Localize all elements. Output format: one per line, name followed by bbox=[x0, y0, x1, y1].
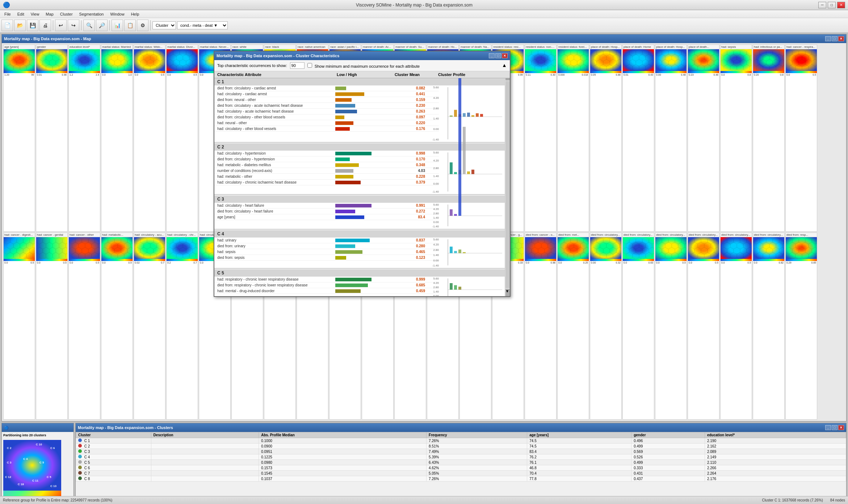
map-cell[interactable]: had: cancer - digesti... 0.00.5 bbox=[3, 232, 35, 420]
table-row[interactable]: C 2 0.0900 8.51% 74.5 0.499 2.162 bbox=[76, 444, 846, 449]
table-row[interactable]: C 8 0.1037 7.26% 77.8 0.437 2.176 bbox=[76, 476, 846, 482]
cluster-dropdown[interactable]: Cluster bbox=[152, 21, 176, 29]
top-char-input[interactable] bbox=[290, 62, 305, 69]
map-cell[interactable]: had: cancer - respira... 0.00.5 bbox=[785, 45, 817, 232]
map-cell[interactable]: died from: circulatory... 0.00.5 bbox=[720, 232, 752, 420]
menu-file[interactable]: File bbox=[1, 11, 14, 17]
cluster-row[interactable]: had: circulatory - heart failure 0.991 bbox=[214, 203, 439, 209]
menu-map[interactable]: Map bbox=[43, 11, 56, 17]
app-maximize-btn[interactable]: □ bbox=[828, 2, 836, 8]
map-cell[interactable]: age [years] 1.2099 bbox=[3, 45, 35, 232]
scrollbar-track[interactable]: ▲ ▼ bbox=[505, 72, 510, 296]
map-cell[interactable]: resident status: forei... 0.0000.018 bbox=[557, 45, 589, 232]
map-cell[interactable]: had: circulatory - chr... 0.20.7 bbox=[166, 232, 198, 420]
cluster-content[interactable]: C 1died from: circulatory - cardiac arre… bbox=[214, 78, 510, 296]
map-cell[interactable]: died from: circulatory... 0.00.5 bbox=[688, 232, 719, 420]
map-cell[interactable]: died from: circulatory... 0.000.32 bbox=[590, 232, 622, 420]
clusters-maximize[interactable]: □ bbox=[832, 425, 837, 430]
toolbar-zoom-in-btn[interactable]: 🔍 bbox=[83, 20, 95, 31]
scroll-thumb[interactable] bbox=[505, 81, 510, 288]
cluster-row[interactable]: had: sepsis 0.465 bbox=[214, 249, 439, 255]
cluster-row[interactable]: had: circulatory - chronic ischaemic hea… bbox=[214, 180, 439, 185]
map-cell[interactable]: had: cancer - genital 0.00.5 bbox=[36, 232, 68, 420]
cluster-row[interactable]: had: circulatory - cardiac arrest 0.441 bbox=[214, 91, 439, 97]
map-cell[interactable]: place of death: Hosp... 0.050.88 bbox=[590, 45, 622, 232]
table-row[interactable]: C 7 0.1545 5.05% 70.4 0.431 2.264 bbox=[76, 471, 846, 476]
toolbar-open-btn[interactable]: 📂 bbox=[14, 20, 26, 31]
cluster-row[interactable]: died from: circulatory - cardiac arrest … bbox=[214, 85, 439, 91]
map-cell[interactable]: place of death: Hosp... 0.000.48 bbox=[655, 45, 687, 232]
cluster-row[interactable]: died from: urinary 0.280 bbox=[214, 243, 439, 249]
cluster-char-close[interactable]: ✕ bbox=[502, 53, 508, 58]
menu-window[interactable]: Window bbox=[108, 11, 127, 17]
map-cell[interactable]: died from: circulatory... 0.00.5 bbox=[655, 232, 687, 420]
toolbar-redo-btn[interactable]: ↪ bbox=[68, 20, 79, 31]
scroll-down-arrow[interactable]: ▼ bbox=[505, 289, 510, 296]
cluster-row[interactable]: number of conditions (record-axis) 4.03 bbox=[214, 168, 439, 174]
map-cell[interactable]: died from: circulatory... 0.00.82 bbox=[753, 232, 785, 420]
toolbar-chart-btn[interactable]: 📊 bbox=[112, 20, 123, 31]
app-close-btn[interactable]: ✕ bbox=[837, 2, 845, 8]
map-cell[interactable]: education level* 1.22.4 bbox=[68, 45, 100, 232]
map-cell[interactable]: had: circulatory - acu... 0.020.7 bbox=[134, 232, 165, 420]
cluster-row[interactable]: had: urinary 0.837 bbox=[214, 238, 439, 243]
toolbar-new-btn[interactable]: 📄 bbox=[1, 20, 13, 31]
table-row[interactable]: C 4 0.1225 5.39% 76.2 0.526 2.149 bbox=[76, 454, 846, 460]
map-cell[interactable]: died from: met... 0.00.25 bbox=[557, 232, 589, 420]
map-cell[interactable]: gender 0.010.98 bbox=[36, 45, 68, 232]
map-cell[interactable]: had: sepsis 0.00.8 bbox=[720, 45, 752, 232]
cond-dropdown[interactable]: cond.- meta - deat ▼ bbox=[177, 21, 228, 29]
cluster-row[interactable]: had: metabolic - other 0.228 bbox=[214, 174, 439, 180]
cluster-row[interactable]: had: circulatory - hypertension 0.998 bbox=[214, 151, 439, 156]
cluster-row[interactable]: died from: respiratory - chronic lower r… bbox=[214, 282, 439, 288]
cluster-char-minimize[interactable]: _ bbox=[489, 53, 495, 58]
table-row[interactable]: C 6 0.1573 4.62% 46.8 0.333 2.266 bbox=[76, 465, 846, 471]
cluster-row[interactable]: had: circulatory - acute ischaemic heart… bbox=[214, 109, 439, 114]
map-cell[interactable]: died from: circulatory... 0.00.63 bbox=[622, 232, 654, 420]
cluster-row[interactable]: had: circulatory - other blood vessels 0… bbox=[214, 126, 439, 132]
cluster-row[interactable]: died from: circulatory - acute ischaemic… bbox=[214, 103, 439, 109]
cluster-row[interactable]: died from: circulatory - other blood ves… bbox=[214, 114, 439, 120]
map-window-maximize[interactable]: □ bbox=[832, 36, 837, 41]
clusters-table-container[interactable]: Cluster Description Abs. Profile Median … bbox=[76, 432, 846, 502]
menu-view[interactable]: View bbox=[28, 11, 42, 17]
map-cell[interactable]: died from: cancer - o... 0.00.98 bbox=[525, 232, 557, 420]
cluster-char-maximize[interactable]: □ bbox=[495, 53, 501, 58]
table-row[interactable]: C 5 0.0980 6.43% 76.1 0.499 2.110 bbox=[76, 460, 846, 465]
toolbar-save-btn[interactable]: 💾 bbox=[27, 20, 38, 31]
menu-help[interactable]: Help bbox=[128, 11, 142, 17]
table-row[interactable]: C 1 0.1000 7.26% 74.5 0.496 2.190 bbox=[76, 438, 846, 444]
toolbar-undo-btn[interactable]: ↩ bbox=[55, 20, 67, 31]
show-min-max-checkbox[interactable] bbox=[307, 63, 312, 68]
toolbar-settings-btn[interactable]: ⚙ bbox=[137, 20, 148, 31]
map-cell[interactable]: had: infectious or pa... 0.200.8 bbox=[753, 45, 785, 232]
cluster-row[interactable]: had: respiratory - chronic lower respira… bbox=[214, 277, 439, 282]
cluster-row[interactable]: had: neural - other 0.220 bbox=[214, 120, 439, 126]
map-cell[interactable]: died from: resp... 0.290.65 bbox=[785, 232, 817, 420]
map-window-close[interactable]: ✕ bbox=[838, 36, 844, 41]
map-cell[interactable]: had: cancer - other 0.00.5 bbox=[68, 232, 100, 420]
table-row[interactable]: C 3 0.0951 7.49% 83.4 0.569 2.089 bbox=[76, 449, 846, 454]
toolbar-print-btn[interactable]: 🖨 bbox=[39, 20, 51, 31]
app-minimize-btn[interactable]: ─ bbox=[818, 2, 826, 8]
map-window-minimize[interactable]: _ bbox=[825, 36, 831, 41]
cluster-row[interactable]: age [years] 83.4 bbox=[214, 214, 439, 220]
map-cell[interactable]: had: metabolic... 0.00.5 bbox=[101, 232, 133, 420]
cluster-row[interactable]: died from: sepsis 0.123 bbox=[214, 255, 439, 261]
scroll-up-btn[interactable]: ▲ bbox=[502, 62, 507, 69]
map-cell[interactable]: resident status: non-... 0.110.30 bbox=[525, 45, 557, 232]
cluster-row[interactable]: died from: circulatory - hypertension 0.… bbox=[214, 156, 439, 162]
map-cell[interactable]: marital status: Divor... 0.00.5 bbox=[166, 45, 198, 232]
map-cell[interactable]: marital status: Wido... 0.00.5 bbox=[134, 45, 165, 232]
cluster-row[interactable]: had: mental - drug-induced disorder 0.45… bbox=[214, 288, 439, 294]
cluster-row[interactable]: died from: circulatory - heart failure 0… bbox=[214, 209, 439, 214]
toolbar-table-btn[interactable]: 📋 bbox=[124, 20, 136, 31]
menu-segmentation[interactable]: Segmentation bbox=[76, 11, 107, 17]
menu-edit[interactable]: Edit bbox=[14, 11, 27, 17]
cluster-row[interactable]: died from: neural - other 0.159 bbox=[214, 97, 439, 103]
clusters-minimize[interactable]: _ bbox=[825, 425, 831, 430]
toolbar-zoom-out-btn[interactable]: 🔎 bbox=[96, 20, 108, 31]
map-cell[interactable]: place of death... 0.230.48 bbox=[688, 45, 719, 232]
map-cell[interactable]: marital status: Married 0.01.0 bbox=[101, 45, 133, 232]
map-cell[interactable]: place of death: Home 0.010.43 bbox=[622, 45, 654, 232]
